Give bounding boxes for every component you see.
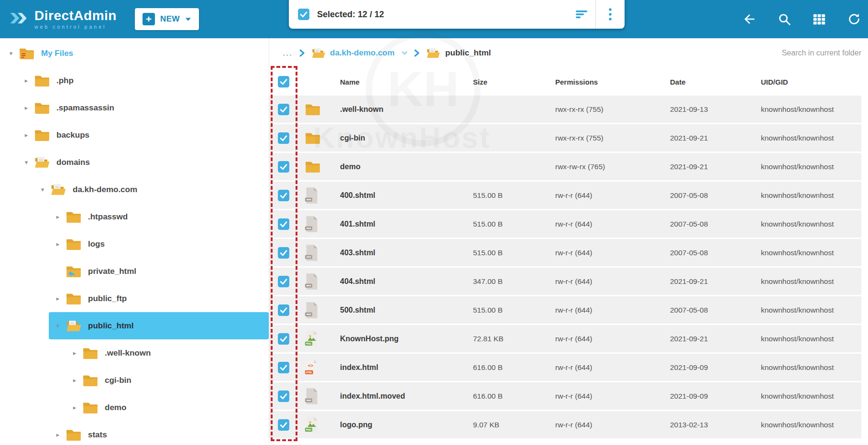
collapse-arrow-icon[interactable]: ▾ (21, 159, 32, 166)
file-uid-gid: knownhost/knownhost (761, 191, 861, 200)
sort-icon[interactable] (568, 0, 595, 29)
new-button-label: NEW (160, 14, 180, 24)
file-name: 403.shtml (340, 249, 473, 257)
sidebar-item-public-html[interactable]: ▾ public_html (49, 312, 269, 339)
row-checkbox[interactable] (277, 361, 290, 374)
expand-arrow-icon[interactable]: ▸ (53, 240, 63, 248)
row-checkbox[interactable] (277, 275, 290, 288)
directadmin-logo[interactable]: DirectAdmin web control panel (0, 9, 117, 30)
table-row[interactable]: cgi-binrwx-rx-rx (755)2021-09-21knownhos… (269, 124, 861, 152)
row-checkbox[interactable] (277, 390, 290, 402)
row-checkbox[interactable] (277, 218, 290, 230)
sidebar-item-domains[interactable]: ▾ domains (0, 149, 269, 176)
table-row[interactable]: 401.shtml515.00 Brw-r-r (644)2007-05-08k… (269, 210, 861, 238)
table-row[interactable]: <> HTMLindex.html616.00 Brw-r-r (644)202… (269, 354, 861, 381)
brand-name: DirectAdmin (34, 9, 117, 22)
row-checkbox[interactable] (277, 161, 290, 173)
sidebar-item-demo[interactable]: ▸ demo (0, 394, 269, 421)
row-checkbox[interactable] (277, 333, 290, 345)
table-row[interactable]: 403.shtml515.00 Brw-r-r (644)2007-05-08k… (269, 239, 861, 266)
folder-closed-icon (33, 101, 52, 115)
file-png-icon: PNG (298, 330, 340, 347)
breadcrumb-parent-label: da.kh-demo.com (330, 48, 395, 58)
row-checkbox[interactable] (277, 419, 290, 431)
expand-arrow-icon[interactable]: ▸ (53, 431, 63, 438)
expand-arrow-icon[interactable]: ▸ (69, 377, 80, 384)
tree-item-label: domains (56, 158, 90, 167)
file-list-pane: ... da.kh-demo.com public_html (269, 38, 868, 445)
column-header-permissions[interactable]: Permissions (555, 78, 670, 86)
file-permissions: rw-r-r (644) (555, 277, 670, 286)
table-row[interactable]: 500.shtml515.00 Brw-r-r (644)2007-05-08k… (269, 296, 861, 324)
row-checkbox[interactable] (277, 103, 290, 116)
chevron-down-icon[interactable] (402, 51, 407, 55)
file-name: 400.shtml (340, 191, 473, 200)
breadcrumb-ellipsis[interactable]: ... (283, 48, 293, 58)
more-options-icon[interactable] (596, 0, 625, 29)
sidebar-item-da-kh-demo-com[interactable]: ▾ da.kh-demo.com (0, 176, 269, 203)
file-permissions: rw-r-r (644) (555, 392, 670, 401)
svg-text:PNG: PNG (306, 342, 311, 345)
expand-arrow-icon[interactable]: ▸ (69, 404, 80, 411)
column-header-date[interactable]: Date (670, 78, 761, 86)
tree-item-label: stats (88, 430, 107, 440)
folder-closed-icon (298, 160, 340, 174)
file-uid-gid: knownhost/knownhost (761, 105, 861, 114)
row-checkbox[interactable] (277, 304, 290, 316)
collapse-arrow-icon[interactable]: ▾ (37, 186, 48, 193)
expand-arrow-icon[interactable]: ▸ (69, 349, 80, 357)
row-checkbox[interactable] (277, 189, 290, 202)
file-permissions: rw-r-r (644) (555, 306, 670, 315)
file-generic-icon (298, 244, 340, 261)
expand-arrow-icon[interactable]: ▸ (21, 77, 32, 84)
table-row[interactable]: 400.shtml515.00 Brw-r-r (644)2007-05-08k… (269, 182, 861, 209)
breadcrumb-item-current[interactable]: public_html (426, 48, 491, 59)
sidebar-item-public-ftp[interactable]: ▸ public_ftp (0, 285, 269, 312)
file-table-body: .well-knownrwx-rx-rx (755)2021-09-13know… (269, 96, 861, 438)
table-row[interactable]: PNGlogo.png9.07 KBrw-r-r (644)2013-02-13… (269, 411, 861, 438)
column-header-uidgid[interactable]: UID/GID (761, 78, 861, 86)
back-arrow-icon[interactable] (742, 11, 757, 27)
sidebar-item-stats[interactable]: ▸ stats (0, 421, 269, 445)
file-uid-gid: knownhost/knownhost (761, 335, 861, 343)
search-icon[interactable] (777, 11, 792, 27)
expand-arrow-icon[interactable]: ▸ (21, 131, 32, 139)
row-checkbox[interactable] (277, 132, 290, 144)
table-row[interactable]: PNGKnownHost.png72.81 KBrw-r-r (644)2021… (269, 325, 861, 352)
sidebar-item--well-known[interactable]: ▸ .well-known (0, 339, 269, 367)
row-checkbox[interactable] (277, 247, 290, 259)
breadcrumb-item-parent[interactable]: da.kh-demo.com (311, 48, 407, 59)
sidebar-item--spamassassin[interactable]: ▸ .spamassassin (0, 94, 269, 121)
sidebar-item-my-files[interactable]: ▾ My Files (0, 40, 269, 67)
expand-arrow-icon[interactable]: ▸ (21, 104, 32, 111)
collapse-arrow-icon[interactable]: ▾ (53, 322, 63, 329)
table-row[interactable]: 404.shtml347.00 Brw-r-r (644)2021-09-21k… (269, 268, 861, 295)
refresh-icon[interactable] (846, 11, 862, 27)
sidebar-item--php[interactable]: ▸ .php (0, 67, 269, 94)
chevron-down-icon[interactable] (185, 15, 191, 23)
file-permissions: rw-r-r (644) (555, 249, 670, 257)
table-row[interactable]: index.html.moved616.00 Brw-r-r (644)2021… (269, 382, 861, 410)
sidebar-item--htpasswd[interactable]: ▸ .htpasswd (0, 203, 269, 230)
breadcrumb: ... da.kh-demo.com public_html (269, 38, 861, 68)
file-uid-gid: knownhost/knownhost (761, 421, 861, 429)
expand-arrow-icon[interactable]: ▸ (53, 213, 63, 220)
column-header-name[interactable]: Name (340, 78, 473, 86)
sidebar-item-private-html[interactable]: private_html (0, 258, 269, 285)
collapse-arrow-icon[interactable]: ▾ (6, 50, 16, 57)
table-row[interactable]: demorwx-rw-rx (765)2021-09-21knownhost/k… (269, 153, 861, 180)
tree-item-label: My Files (41, 49, 73, 58)
grid-view-icon[interactable] (812, 11, 827, 27)
sidebar-item-cgi-bin[interactable]: ▸ cgi-bin (0, 367, 269, 394)
file-name: .well-known (340, 105, 473, 114)
folder-closed-icon (64, 210, 83, 224)
select-all-checkbox[interactable] (297, 8, 310, 21)
select-all-column-checkbox[interactable] (277, 76, 290, 88)
new-button[interactable]: + NEW (135, 8, 199, 30)
sidebar-item-logs[interactable]: ▸ logs (0, 230, 269, 258)
sidebar-item-backups[interactable]: ▸ backups (0, 121, 269, 149)
column-header-size[interactable]: Size (473, 78, 555, 86)
table-row[interactable]: .well-knownrwx-rx-rx (755)2021-09-13know… (269, 96, 861, 123)
expand-arrow-icon[interactable]: ▸ (53, 295, 63, 302)
search-current-folder-input[interactable] (727, 49, 861, 57)
